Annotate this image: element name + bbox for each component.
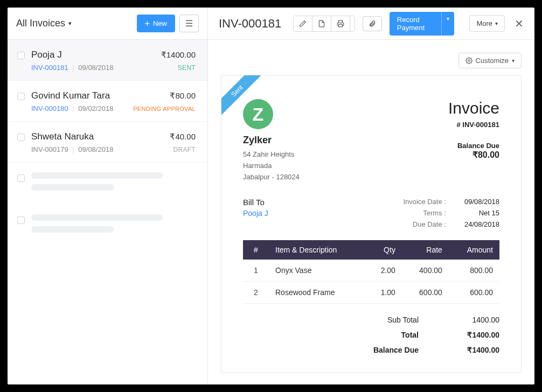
detail-header: INV-000181 Record — [208, 8, 534, 40]
list-item[interactable]: Shweta Naruka ₹40.00 INV-000179 | 09/08/… — [8, 122, 207, 163]
row-checkbox[interactable] — [17, 174, 25, 182]
cell-desc: Rosewood Frame — [269, 282, 366, 304]
attach-button[interactable] — [363, 16, 382, 31]
printer-icon — [337, 20, 344, 27]
record-payment-dropdown[interactable]: ▾ — [441, 12, 454, 36]
customer-name: Shweta Naruka — [31, 131, 94, 142]
status-badge: SENT — [178, 64, 196, 72]
subtotal-value: 1400.00 — [440, 316, 499, 324]
email-button[interactable] — [350, 16, 355, 31]
invoice-date-value: 09/08/2018 — [464, 198, 499, 206]
pdf-button[interactable] — [312, 16, 331, 31]
caret-down-icon: ▾ — [495, 20, 498, 26]
cell-rate: 600.00 — [402, 282, 449, 304]
company-address-line: Harmada — [243, 160, 300, 172]
invoice-list: Pooja J ₹1400.00 INV-000181 | 09/08/2018… — [8, 40, 207, 384]
balance-due-label: Balance Due — [448, 142, 499, 150]
cell-num: 2 — [243, 282, 269, 304]
invoice-number: INV-000181 — [31, 64, 68, 72]
invoice-date-label: Invoice Date : — [403, 198, 446, 206]
row-checkbox[interactable] — [17, 93, 25, 100]
caret-down-icon: ▾ — [512, 58, 515, 64]
more-label: More — [476, 19, 492, 27]
document-area: Customize ▾ Sent Z Zylker 54 Zahir Heigh… — [208, 40, 534, 384]
list-item[interactable]: Govind Kumar Tara ₹80.00 INV-000180 | 09… — [8, 81, 207, 122]
new-button[interactable]: + New — [137, 15, 175, 32]
svg-rect-0 — [339, 24, 343, 27]
list-item-placeholder — [8, 205, 207, 247]
row-checkbox[interactable] — [17, 134, 25, 141]
list-title-dropdown[interactable]: All Invoices ▾ — [16, 18, 72, 29]
cell-amount: 800.00 — [449, 260, 499, 282]
gear-icon — [465, 57, 472, 64]
action-icon-group — [293, 16, 355, 32]
list-item-placeholder — [8, 163, 207, 205]
detail-title: INV-000181 — [219, 17, 281, 31]
col-description: Item & Description — [269, 240, 366, 260]
close-icon: ✕ — [515, 18, 524, 30]
invoice-date: 09/08/2018 — [78, 145, 113, 153]
list-header: All Invoices ▾ + New ☰ — [8, 8, 207, 40]
company-address-line: 54 Zahir Heights — [243, 149, 300, 160]
edit-button[interactable] — [294, 16, 312, 31]
company-address-line: Jabalpur - 128024 — [243, 172, 300, 183]
hamburger-icon: ☰ — [185, 19, 193, 28]
col-number: # — [243, 240, 269, 260]
invoice-number: INV-000180 — [31, 104, 68, 113]
cell-qty: 1.00 — [366, 282, 402, 304]
svg-point-2 — [468, 60, 469, 61]
list-title-label: All Invoices — [16, 18, 65, 29]
document-number: # INV-000181 — [448, 121, 499, 129]
company-name: Zylker — [243, 135, 300, 146]
col-qty: Qty — [366, 240, 402, 260]
invoice-detail-panel: INV-000181 Record — [208, 8, 534, 384]
items-table: # Item & Description Qty Rate Amount 1 O… — [243, 240, 499, 304]
cell-rate: 400.00 — [402, 260, 449, 282]
record-payment-button[interactable]: Record Payment — [390, 12, 442, 36]
close-button[interactable]: ✕ — [515, 17, 524, 30]
terms-value: Net 15 — [464, 209, 499, 217]
customize-button[interactable]: Customize ▾ — [458, 53, 522, 68]
due-date-label: Due Date : — [403, 220, 446, 228]
print-button[interactable] — [331, 16, 350, 31]
invoice-date: 09/08/2018 — [78, 64, 113, 72]
cell-qty: 2.00 — [366, 260, 402, 282]
balance-due-total-label: Balance Due — [373, 346, 419, 354]
row-checkbox[interactable] — [17, 216, 25, 224]
customer-name: Govind Kumar Tara — [31, 90, 110, 101]
new-button-label: New — [153, 19, 167, 27]
col-amount: Amount — [449, 240, 499, 260]
invoice-amount: ₹1400.00 — [161, 50, 196, 60]
pencil-icon — [299, 20, 307, 27]
list-menu-button[interactable]: ☰ — [179, 15, 199, 32]
more-button[interactable]: More ▾ — [469, 15, 505, 32]
invoice-number: INV-000179 — [31, 145, 68, 153]
bill-to-name[interactable]: Pooja J — [243, 209, 268, 218]
balance-due-total-value: ₹1400.00 — [440, 346, 499, 354]
subtotal-label: Sub Total — [373, 316, 419, 324]
document-type: Invoice — [448, 99, 499, 117]
total-value: ₹1400.00 — [440, 331, 499, 339]
status-badge: DRAFT — [173, 146, 196, 153]
col-rate: Rate — [402, 240, 449, 260]
invoice-amount: ₹40.00 — [170, 132, 196, 142]
cell-desc: Onyx Vase — [269, 260, 366, 282]
cell-amount: 600.00 — [449, 282, 499, 304]
due-date-value: 24/08/2018 — [464, 220, 499, 228]
balance-due-amount: ₹80.00 — [448, 150, 499, 160]
record-payment-label: Record Payment — [397, 16, 425, 32]
record-payment-group: Record Payment ▾ — [390, 12, 455, 36]
plus-icon: + — [145, 19, 150, 28]
paperclip-icon — [369, 20, 376, 27]
row-checkbox[interactable] — [17, 52, 25, 59]
customer-name: Pooja J — [31, 50, 62, 60]
file-icon — [318, 20, 325, 27]
terms-label: Terms : — [403, 209, 446, 217]
total-label: Total — [373, 331, 419, 339]
table-row: 1 Onyx Vase 2.00 400.00 800.00 — [243, 260, 499, 282]
caret-down-icon: ▾ — [68, 20, 72, 27]
customize-label: Customize — [476, 57, 509, 65]
table-row: 2 Rosewood Frame 1.00 600.00 600.00 — [243, 282, 499, 304]
list-item[interactable]: Pooja J ₹1400.00 INV-000181 | 09/08/2018… — [8, 40, 207, 81]
company-logo: Z — [243, 99, 273, 129]
